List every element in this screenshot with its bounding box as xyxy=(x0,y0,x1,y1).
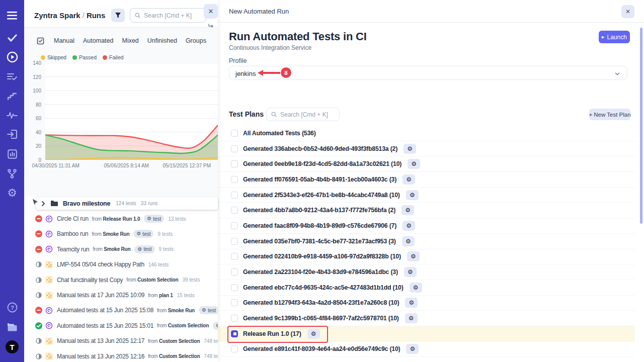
breadcrumb-project[interactable]: Zyntra Spark xyxy=(34,11,80,20)
new-test-plan-button[interactable]: + New Test Plan xyxy=(589,109,630,120)
test-plan-row[interactable]: Release Run 1.0 (17) ⚙ xyxy=(218,326,635,342)
tab-automated[interactable]: Automated xyxy=(83,37,113,44)
test-plan-checkbox[interactable] xyxy=(231,207,238,214)
run-list-item[interactable]: Manual tests at 13 Jun 2025 12:17 from C… xyxy=(24,333,218,348)
test-plans-search-input[interactable]: Search [Cmd + K] xyxy=(266,108,340,121)
runs-nav-icon[interactable] xyxy=(0,49,24,65)
run-list-item[interactable]: Chat functinality test Copy from Custom … xyxy=(24,273,218,288)
reports-nav-icon[interactable] xyxy=(0,146,24,162)
run-list-item[interactable]: Manual tests at 13 Jun 2025 12:16 from C… xyxy=(24,349,218,362)
run-list-item[interactable]: Manual tests at 17 Jun 2025 10:09 from p… xyxy=(24,288,218,303)
test-plan-row[interactable]: Generated ff076591-05ab-4b4b-8491-1ecb00… xyxy=(218,172,635,188)
run-list-item[interactable]: Teamcity run from Smoke Run ⚙ test 9 tes… xyxy=(24,242,218,257)
run-tests-count: 748 tests xyxy=(204,353,218,359)
run-list-item[interactable]: Bamboo run from Smoke Run ⚙ test 9 tests xyxy=(24,226,218,241)
test-plan-gear-button[interactable]: ⚙ xyxy=(404,267,417,277)
run-list-item[interactable]: Circle CI run from Release Run 1.0 ⚙ tes… xyxy=(24,211,218,226)
folder-nav-icon[interactable] xyxy=(0,319,24,335)
test-plan-row[interactable]: Generated 022410b9-e918-4459-a106-97d2a9… xyxy=(218,249,635,265)
select-all-icon[interactable] xyxy=(37,37,44,45)
test-plan-gear-button[interactable]: ⚙ xyxy=(403,174,415,185)
branch-nav-icon[interactable] xyxy=(0,165,24,182)
tab-mixed[interactable]: Mixed xyxy=(122,37,138,44)
test-plan-gear-button[interactable]: ⚙ xyxy=(406,190,419,200)
run-tests-count: 39 tests xyxy=(182,277,200,283)
test-plan-gear-button[interactable]: ⚙ xyxy=(403,221,415,231)
test-plan-gear-button[interactable]: ⚙ xyxy=(402,236,415,246)
test-plan-checkbox[interactable] xyxy=(231,253,238,260)
test-plan-row[interactable]: Generated 4bb7a8b0-9212-43a4-b137-f772fe… xyxy=(218,203,635,218)
test-plan-checkbox[interactable] xyxy=(231,145,238,152)
run-list-item[interactable]: LMP-554 05/04 check Happy Path ⚙ 146 tes… xyxy=(24,257,218,272)
run-list-item[interactable]: Automated tests at 15 Jun 2025 15:01 fro… xyxy=(24,318,218,333)
manual-run-icon xyxy=(45,352,53,360)
test-plan-checkbox[interactable] xyxy=(231,268,238,276)
milestone-name[interactable]: Bravo milestone xyxy=(63,200,110,207)
test-plan-checkbox[interactable] xyxy=(231,330,238,337)
test-plan-gear-button[interactable]: ⚙ xyxy=(405,313,418,323)
test-plan-checkbox[interactable] xyxy=(231,345,238,352)
panel-close-button[interactable]: ✕ xyxy=(621,5,634,18)
milestone-row[interactable]: Bravo milestone 124 tests 33 runs xyxy=(36,197,218,210)
hamburger-menu-icon[interactable] xyxy=(0,8,24,24)
help-icon[interactable]: ? xyxy=(0,299,24,315)
test-plan-gear-button[interactable]: ⚙ xyxy=(408,159,420,169)
test-plan-row[interactable]: Generated e891c41f-8039-4e64-aa24-e0d56e… xyxy=(218,342,635,357)
test-plan-checkbox[interactable] xyxy=(231,222,238,229)
test-plan-row[interactable]: Generated ebc77c4d-9635-424c-ac5e-427483… xyxy=(218,280,635,296)
launch-button[interactable]: ▶ Launch xyxy=(599,31,630,43)
test-plan-gear-button[interactable]: ⚙ xyxy=(405,298,418,308)
test-plan-gear-button[interactable]: ⚙ xyxy=(410,283,422,293)
milestone-expand-icon[interactable] xyxy=(41,201,46,206)
test-plan-gear-button[interactable]: ⚙ xyxy=(307,329,320,339)
breadcrumb[interactable]: Zyntra Spark/Runs xyxy=(34,11,105,20)
test-plan-row[interactable]: Generated 2a223104-f20e-4b43-83d9-e78459… xyxy=(218,264,635,280)
runs-search-input[interactable]: Search [Cmd + K] xyxy=(130,8,206,23)
test-plan-checkbox[interactable] xyxy=(231,192,238,199)
list-check-nav-icon[interactable] xyxy=(0,69,24,85)
settings-nav-icon[interactable]: ⚙ xyxy=(0,185,24,201)
activity-nav-icon[interactable] xyxy=(0,107,24,123)
test-plan-label: Generated 2a223104-f20e-4b43-83d9-e78459… xyxy=(243,268,398,276)
test-plan-checkbox[interactable] xyxy=(231,130,238,137)
test-plan-row[interactable]: Generated faac8f09-94b8-4b19-89d9-c576cd… xyxy=(218,218,635,234)
legend-item-failed: Failed xyxy=(103,54,124,60)
run-tests-count: 748 tests xyxy=(204,338,218,344)
test-plan-row[interactable]: Generated 336abecb-0b52-4d60-9ded-493f3f… xyxy=(218,141,635,157)
checkmark-nav-icon[interactable] xyxy=(0,30,24,46)
test-plan-checkbox[interactable] xyxy=(231,315,238,322)
test-plan-checkbox[interactable] xyxy=(231,176,238,183)
scrollbar-thumb[interactable] xyxy=(640,28,642,224)
test-plan-row[interactable]: Generated 035e7bf0-7381-4c5c-be77-321e73… xyxy=(218,234,635,249)
run-list-item[interactable]: Automated tests at 15 Jun 2025 15:08 fro… xyxy=(24,303,218,318)
app-logo[interactable]: T xyxy=(0,339,24,355)
test-plan-gear-button[interactable]: ⚙ xyxy=(404,144,416,154)
status-pending-icon xyxy=(36,353,42,359)
runs-tabs: ManualAutomatedMixedUnfinishedGroups xyxy=(24,33,218,48)
test-plan-checkbox[interactable] xyxy=(231,160,238,167)
test-plan-gear-button[interactable]: ⚙ xyxy=(406,344,419,354)
test-plan-checkbox[interactable] xyxy=(231,238,238,245)
test-plan-row[interactable]: Generated b12794f3-643a-4a2d-8504-23f1e7… xyxy=(218,296,635,311)
tab-unfinished[interactable]: Unfinished xyxy=(147,37,177,44)
test-plan-row[interactable]: All Automated Tests (536) ⚙ xyxy=(218,126,635,141)
breadcrumb-page[interactable]: Runs xyxy=(87,11,106,20)
test-plan-gear-button[interactable]: ⚙ xyxy=(407,251,420,261)
test-plan-checkbox[interactable] xyxy=(231,284,238,291)
test-plan-row[interactable]: Generated 0eeb9e18-f23d-4cd5-82dd-8a1a73… xyxy=(218,156,635,172)
test-plan-gear-button[interactable]: ⚙ xyxy=(401,205,414,215)
test-plan-checkbox[interactable] xyxy=(231,299,238,306)
gear-icon: ⚙ xyxy=(409,300,415,306)
filter-button[interactable] xyxy=(111,9,125,22)
steps-nav-icon[interactable] xyxy=(0,88,24,104)
test-plan-row[interactable]: Generated 9c1399b1-c065-4f84-8697-7af2c5… xyxy=(218,311,635,326)
gear-icon: ⚙ xyxy=(408,269,413,275)
tab-manual[interactable]: Manual xyxy=(54,37,74,44)
run-source: from plan 1 xyxy=(148,293,173,298)
tab-groups[interactable]: Groups xyxy=(186,37,206,44)
y-axis-label: 100 xyxy=(33,88,41,94)
test-plan-row[interactable]: Generated 2f5343e3-ef26-47b1-be8b-44cabc… xyxy=(218,188,635,203)
test-plan-label: Generated 4bb7a8b0-9212-43a4-b137-f772fe… xyxy=(243,207,395,214)
runs-panel-close-button[interactable]: ✕ xyxy=(204,4,218,19)
import-nav-icon[interactable] xyxy=(0,126,24,142)
